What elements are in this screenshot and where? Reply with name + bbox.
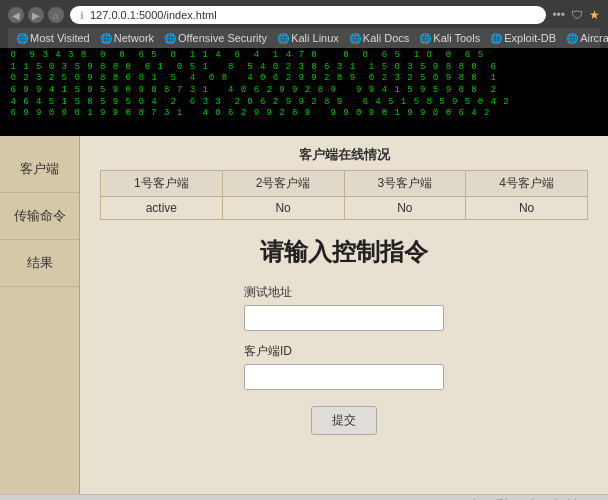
matrix-row-1: 0 9 3 4 3 8 0 0 6 5 0 1 1 4 6 4 1 4 7 0 … <box>4 50 604 62</box>
test-url-input[interactable] <box>244 305 444 331</box>
bookmark-icon: 🌐 <box>566 33 578 44</box>
address-bar[interactable]: ℹ 127.0.0.1:5000/index.html <box>70 6 546 24</box>
bookmark-label: Kali Docs <box>363 32 409 44</box>
shield-icon: 🛡 <box>571 8 583 22</box>
sidebar-item-clients[interactable]: 客户端 <box>0 146 79 193</box>
forward-button[interactable]: ▶ <box>28 7 44 23</box>
more-button[interactable]: ••• <box>552 8 565 22</box>
browser-chrome: ◀ ▶ ⌂ ℹ 127.0.0.1:5000/index.html ••• 🛡 … <box>0 0 608 48</box>
table-row: active No No No <box>101 197 588 220</box>
bookmark-label: Kali Tools <box>433 32 480 44</box>
bookmark-label: Kali Linux <box>291 32 339 44</box>
client-id-input[interactable] <box>244 364 444 390</box>
table-header-client4: 4号客户端 <box>466 171 588 197</box>
url-text: 127.0.0.1:5000/index.html <box>90 9 536 21</box>
client-id-group: 客户端ID <box>244 343 444 390</box>
table-header-client1: 1号客户端 <box>101 171 223 197</box>
back-button[interactable]: ◀ <box>8 7 24 23</box>
status-title: 客户端在线情况 <box>100 146 588 164</box>
matrix-row-3: 0 2 3 2 5 0 9 8 8 0 8 1 5 4 0 8 4 0 6 2 … <box>4 73 604 85</box>
bookmark-icon: 🌐 <box>100 33 112 44</box>
bookmark-icon: 🌐 <box>349 33 361 44</box>
table-header-client2: 2号客户端 <box>222 171 344 197</box>
browser-top-bar: ◀ ▶ ⌂ ℹ 127.0.0.1:5000/index.html ••• 🛡 … <box>8 6 600 24</box>
test-url-label: 测试地址 <box>244 284 444 301</box>
table-cell-client3-status: No <box>344 197 466 220</box>
matrix-row-2: 1 1 5 0 3 5 9 8 8 0 6 1 0 5 1 8 5 4 0 2 … <box>4 62 604 74</box>
page-content: 客户端 传输命令 结果 客户端在线情况 1号客户端 2号客户端 3号客户端 4号… <box>0 136 608 494</box>
bookmark-icon: 🌐 <box>419 33 431 44</box>
main-content: 客户端在线情况 1号客户端 2号客户端 3号客户端 4号客户端 active N… <box>80 136 608 494</box>
bookmark-exploit-db[interactable]: 🌐 Exploit-DB <box>488 31 558 45</box>
matrix-row-4: 6 9 9 4 1 5 9 5 9 0 9 0 8 7 3 1 4 0 6 2 … <box>4 85 604 97</box>
bookmark-most-visited[interactable]: 🌐 Most Visited <box>14 31 92 45</box>
table-cell-client4-status: No <box>466 197 588 220</box>
sidebar-item-commands[interactable]: 传输命令 <box>0 193 79 240</box>
table-cell-client2-status: No <box>222 197 344 220</box>
command-title: 请输入控制指令 <box>260 236 428 268</box>
browser-toolbar-icons: ••• 🛡 ★ <box>552 8 600 22</box>
bookmark-kali-linux[interactable]: 🌐 Kali Linux <box>275 31 341 45</box>
bookmark-icon: 🌐 <box>164 33 176 44</box>
bookmark-icon: 🌐 <box>277 33 289 44</box>
home-button[interactable]: ⌂ <box>48 7 64 23</box>
status-table: 1号客户端 2号客户端 3号客户端 4号客户端 active No No No <box>100 170 588 220</box>
bookmark-label: Exploit-DB <box>504 32 556 44</box>
bookmark-label: Aircrack-ng <box>580 32 608 44</box>
table-cell-client1-status: active <box>101 197 223 220</box>
status-bar: https://blog.csdn.net/weixin_44... <box>0 494 608 500</box>
bookmark-icon: 🌐 <box>490 33 502 44</box>
bookmarks-bar: 🌐 Most Visited 🌐 Network 🌐 Offensive Sec… <box>8 28 600 48</box>
status-section: 客户端在线情况 1号客户端 2号客户端 3号客户端 4号客户端 active N… <box>100 146 588 220</box>
bookmark-label: Most Visited <box>30 32 90 44</box>
command-section: 请输入控制指令 测试地址 客户端ID 提交 <box>100 236 588 435</box>
bookmark-kali-docs[interactable]: 🌐 Kali Docs <box>347 31 411 45</box>
bookmark-offensive-security[interactable]: 🌐 Offensive Security <box>162 31 269 45</box>
bookmark-label: Offensive Security <box>178 32 267 44</box>
client-id-label: 客户端ID <box>244 343 444 360</box>
bookmark-network[interactable]: 🌐 Network <box>98 31 156 45</box>
sidebar: 客户端 传输命令 结果 <box>0 136 80 494</box>
bookmark-icon: 🌐 <box>16 33 28 44</box>
matrix-row-5: 4 6 4 5 1 5 8 5 9 5 0 4 2 6 3 3 2 0 6 2 … <box>4 97 604 109</box>
bookmark-kali-tools[interactable]: 🌐 Kali Tools <box>417 31 482 45</box>
table-header-row: 1号客户端 2号客户端 3号客户端 4号客户端 <box>101 171 588 197</box>
bookmark-star-icon[interactable]: ★ <box>589 8 600 22</box>
matrix-row-6: 6 9 9 0 9 0 1 9 9 0 8 7 3 1 4 0 6 2 9 9 … <box>4 108 604 120</box>
bookmark-label: Network <box>114 32 154 44</box>
lock-icon: ℹ <box>80 10 84 21</box>
submit-button[interactable]: 提交 <box>311 406 377 435</box>
table-header-client3: 3号客户端 <box>344 171 466 197</box>
test-url-group: 测试地址 <box>244 284 444 331</box>
nav-buttons: ◀ ▶ ⌂ <box>8 7 64 23</box>
bookmark-aircrack[interactable]: 🌐 Aircrack-ng <box>564 31 608 45</box>
matrix-background: 0 9 3 4 3 8 0 0 6 5 0 1 1 4 6 4 1 4 7 0 … <box>0 48 608 136</box>
sidebar-item-results[interactable]: 结果 <box>0 240 79 287</box>
